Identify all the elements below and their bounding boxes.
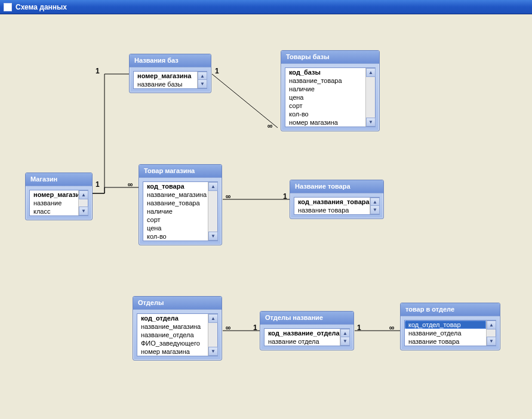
table-field[interactable]: цена [285,93,365,101]
table-header[interactable]: Отделы [133,297,222,310]
table-tovar-v-otdele[interactable]: товар в отделе код_отдел_товар название_… [400,303,500,350]
table-header[interactable]: Названия баз [130,54,211,67]
rel-label: ∞ [226,192,231,201]
table-header[interactable]: Товары базы [281,51,379,64]
rel-label: 1 [253,324,257,332]
table-tovary-bazy[interactable]: Товары базы код_базы название_товара нал… [281,50,380,131]
table-tovar-magazina[interactable]: Товар магазина код_товара название_магаз… [139,164,222,245]
rel-label: ∞ [267,122,273,130]
table-body: номер_магазина название базы ▲ ▼ [133,71,207,89]
table-field[interactable]: название_магазина [137,322,208,331]
table-nazvaniya-baz[interactable]: Названия баз номер_магазина название баз… [129,54,211,93]
scroll-up-icon[interactable]: ▲ [208,314,218,323]
rel-label: 1 [96,67,100,75]
table-body: код_товара название_магазина название_то… [143,181,218,241]
table-field[interactable]: номер_магазина [134,72,197,80]
scroll-down-icon[interactable]: ▼ [198,79,207,88]
table-body: код_названия_товара название товара ▲ ▼ [294,197,380,215]
table-field[interactable]: ФИО_заведующего [137,339,208,347]
rel-label: 1 [357,324,361,332]
scrollbar[interactable]: ▲ ▼ [208,182,217,241]
scrollbar[interactable]: ▲ ▼ [486,321,496,346]
rel-label: ∞ [389,324,395,332]
table-otdely-nazvanie[interactable]: Отделы название код_название_отдела назв… [260,311,354,350]
table-field[interactable]: код_отдела [137,314,208,322]
scroll-up-icon[interactable]: ▲ [208,182,218,191]
table-field[interactable]: название отдела [265,337,340,346]
scroll-down-icon[interactable]: ▼ [208,347,218,356]
table-body: код_базы название_товара наличие цена со… [285,67,376,127]
table-body: код_название_отдела название отдела ▲ ▼ [264,328,350,346]
table-field[interactable]: название товара [405,337,486,346]
schema-canvas[interactable]: 1 1 ∞ 1 ∞ ∞ 1 ∞ 1 1 ∞ Магазин номер_мага… [0,14,532,419]
table-body: номер_магазина название класс ▲ ▼ [29,190,88,216]
rel-label: 1 [283,192,287,201]
scroll-up-icon[interactable]: ▲ [366,68,376,77]
rel-label: ∞ [128,180,133,189]
scrollbar[interactable]: ▲ ▼ [340,329,349,346]
window-title: Схема данных [16,3,67,11]
table-header[interactable]: Отделы название [260,312,353,325]
table-header[interactable]: Товар магазина [139,165,222,178]
table-field[interactable]: класс [30,207,78,215]
rel-label: ∞ [226,324,231,332]
scroll-down-icon[interactable]: ▼ [370,205,380,214]
table-nazvanie-tovara[interactable]: Название товара код_названия_товара назв… [290,180,384,219]
scroll-down-icon[interactable]: ▼ [208,232,218,241]
table-field[interactable]: цена [143,224,208,232]
scrollbar[interactable]: ▲ ▼ [78,190,88,215]
rel-label: 1 [215,67,219,75]
table-field[interactable]: код_название_отдела [265,329,340,337]
table-body: код_отдел_товар название_отдела название… [404,320,496,346]
table-field[interactable]: номер магазина [137,347,208,356]
scroll-down-icon[interactable]: ▼ [487,337,496,346]
table-field[interactable]: наличие [285,85,365,93]
app-icon [4,3,12,11]
scrollbar[interactable]: ▲ ▼ [197,72,207,88]
table-field[interactable]: номер_магазина [30,190,78,199]
table-field[interactable]: кол-во [285,110,365,118]
table-magazin[interactable]: Магазин номер_магазина название класс ▲ … [25,172,93,220]
table-field[interactable]: название_отдела [405,329,486,337]
table-field[interactable]: название_отдела [137,331,208,339]
scrollbar[interactable]: ▲ ▼ [365,68,375,127]
scroll-up-icon[interactable]: ▲ [487,321,496,329]
scroll-down-icon[interactable]: ▼ [366,118,376,127]
table-header[interactable]: товар в отделе [401,303,500,316]
table-field[interactable]: название_товара [285,76,365,85]
table-field[interactable]: сорт [285,101,365,110]
window-titlebar[interactable]: Схема данных [0,0,532,14]
table-field[interactable]: номер магазина [285,118,365,127]
table-field[interactable]: код_товара [143,182,208,190]
table-field[interactable]: название_товара [143,199,208,207]
table-header[interactable]: Название товара [290,180,383,193]
table-field[interactable]: сорт [143,215,208,224]
table-body: код_отдела название_магазина название_от… [137,313,218,356]
scrollbar[interactable]: ▲ ▼ [370,198,379,214]
scroll-down-icon[interactable]: ▼ [79,207,88,215]
table-field[interactable]: наличие [143,207,208,215]
table-field[interactable]: кол-во [143,232,208,241]
table-otdely[interactable]: Отделы код_отдела название_магазина назв… [133,296,222,361]
table-field[interactable]: код_базы [285,68,365,76]
table-field[interactable]: название [30,199,78,207]
table-field[interactable]: название базы [134,80,197,88]
scrollbar[interactable]: ▲ ▼ [208,314,217,356]
scroll-up-icon[interactable]: ▲ [79,190,88,199]
rel-label: 1 [96,180,100,189]
table-field[interactable]: код_названия_товара [294,198,370,206]
table-field[interactable]: код_отдел_товар [405,321,486,329]
table-header[interactable]: Магазин [26,173,92,186]
table-field[interactable]: название_магазина [143,190,208,199]
scroll-down-icon[interactable]: ▼ [340,337,350,346]
table-field[interactable]: название товара [294,206,370,214]
